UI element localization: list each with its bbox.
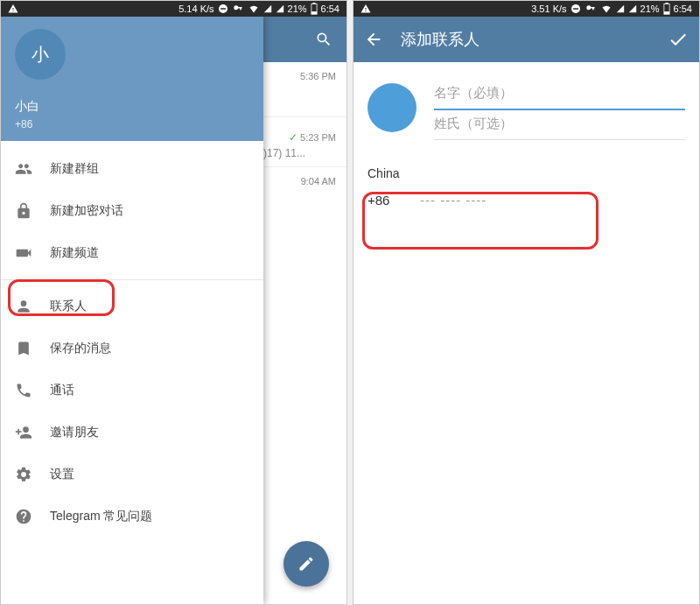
bookmark-icon [15, 340, 46, 357]
drawer-item-calls[interactable]: 通话 [1, 369, 263, 412]
drawer-item-label: 新建群组 [46, 161, 99, 177]
battery-icon [663, 3, 670, 15]
svg-rect-1 [220, 8, 226, 10]
signal-icon [616, 4, 625, 14]
warning-icon [360, 4, 371, 14]
screen-add-contact: 3.51 K/s 21% 6:54 添加联系人 名字（必填） 姓氏（可选） Ch… [353, 0, 700, 605]
battery-percent: 21% [640, 4, 660, 14]
confirm-button[interactable] [668, 29, 689, 50]
first-name-input[interactable]: 名字（必填） [434, 80, 685, 110]
chat-time: 5:36 PM [263, 62, 346, 117]
svg-rect-3 [312, 3, 315, 4]
status-bar: 3.51 K/s 21% 6:54 [354, 1, 699, 17]
drawer-item-settings[interactable]: 设置 [1, 454, 263, 496]
avatar-letter: 小 [32, 43, 49, 67]
settings-icon [15, 466, 46, 483]
country-selector[interactable]: China [368, 166, 685, 186]
chat-time: ✓ 5:23 PM [263, 123, 346, 144]
network-speed: 5.14 K/s [178, 4, 214, 14]
phone-code[interactable]: +86 [368, 193, 420, 208]
signal-icon-2 [628, 4, 637, 14]
search-icon[interactable] [315, 31, 332, 48]
drawer-item-label: 联系人 [46, 299, 87, 314]
status-bar: 5.14 K/s 21% 6:54 [1, 1, 346, 17]
clock-time: 6:54 [674, 4, 692, 14]
phone-input-row[interactable]: +86 --- ---- ---- [368, 186, 685, 216]
drawer-item-label: 新建加密对话 [46, 203, 123, 219]
battery-icon [311, 3, 318, 15]
wifi-icon [248, 4, 260, 14]
phone-icon [15, 382, 46, 399]
compose-fab[interactable] [284, 541, 329, 587]
wifi-icon [600, 4, 612, 14]
signal-icon-2 [276, 4, 284, 14]
svg-rect-8 [665, 3, 668, 4]
drawer-item-secret-chat[interactable]: 新建加密对话 [1, 190, 263, 232]
warning-icon [8, 4, 18, 14]
dnd-icon [570, 4, 581, 14]
contacts-icon [15, 298, 46, 315]
profile-name: 小白 [15, 99, 249, 115]
svg-rect-4 [311, 11, 316, 14]
drawer-list: 新建群组 新建加密对话 新建频道 联系人 保存的消息 通话 [1, 141, 263, 538]
svg-rect-6 [573, 8, 578, 10]
battery-percent: 21% [288, 4, 307, 14]
drawer-item-faq[interactable]: Telegram 常见问题 [1, 496, 263, 538]
add-contact-toolbar: 添加联系人 [354, 17, 699, 62]
drawer-item-contacts[interactable]: 联系人 [1, 285, 263, 327]
chat-preview: )17) 11... [263, 144, 346, 167]
group-icon [15, 160, 46, 178]
last-name-input[interactable]: 姓氏（可选） [434, 110, 685, 140]
drawer-header[interactable]: 小 小白 +86 [1, 17, 263, 141]
drawer-item-label: Telegram 常见问题 [46, 509, 152, 524]
svg-rect-9 [663, 11, 668, 14]
network-speed: 3.51 K/s [531, 4, 566, 14]
drawer-item-saved[interactable]: 保存的消息 [1, 327, 263, 369]
add-contact-form: 名字（必填） 姓氏（可选） China +86 --- ---- ---- [354, 62, 699, 604]
drawer-item-label: 新建频道 [46, 245, 99, 261]
clock-time: 6:54 [321, 4, 340, 14]
drawer-item-invite[interactable]: 邀请朋友 [1, 412, 263, 454]
lock-icon [15, 202, 46, 220]
vpn-key-icon [232, 4, 244, 13]
navigation-drawer: 小 小白 +86 新建群组 新建加密对话 新建频道 联系人 [1, 17, 263, 604]
contact-avatar-placeholder [368, 83, 416, 132]
drawer-item-new-group[interactable]: 新建群组 [1, 148, 263, 190]
profile-phone: +86 [15, 118, 249, 130]
vpn-key-icon [584, 4, 597, 13]
drawer-item-label: 通话 [46, 383, 74, 398]
drawer-item-label: 保存的消息 [46, 341, 111, 356]
dnd-icon [218, 4, 228, 14]
divider [1, 279, 263, 280]
profile-avatar[interactable]: 小 [15, 29, 66, 80]
back-button[interactable] [364, 30, 383, 49]
toolbar-title: 添加联系人 [401, 29, 668, 50]
chat-time: 9:04 AM [263, 167, 346, 186]
drawer-item-new-channel[interactable]: 新建频道 [1, 232, 263, 274]
screen-drawer-open: 5.14 K/s 21% 6:54 5:36 PM ✓ 5:23 PM )17)… [0, 0, 347, 605]
signal-icon [263, 4, 272, 14]
phone-number-input[interactable]: --- ---- ---- [420, 193, 486, 208]
check-icon: ✓ [289, 131, 298, 144]
drawer-item-label: 邀请朋友 [46, 425, 99, 440]
drawer-item-label: 设置 [46, 467, 74, 482]
help-icon [15, 508, 46, 525]
megaphone-icon [15, 244, 46, 262]
invite-icon [15, 424, 46, 441]
